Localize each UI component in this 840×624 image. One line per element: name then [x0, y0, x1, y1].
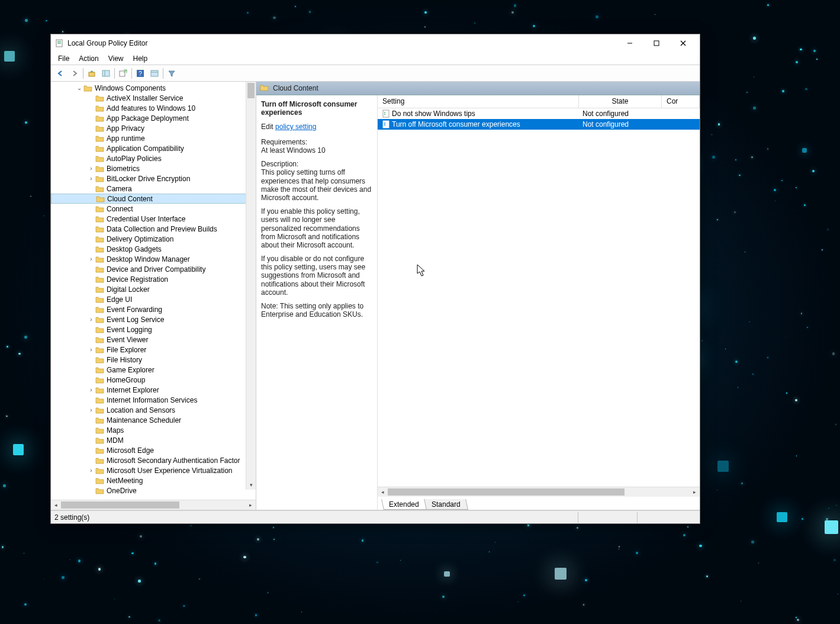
properties-button[interactable] — [148, 67, 161, 80]
policy-setting-link[interactable]: policy setting — [275, 123, 316, 131]
tree-item[interactable]: ›Desktop Window Manager — [51, 254, 256, 264]
tree-root[interactable]: ⌄ Windows Components — [51, 83, 256, 93]
tree-item[interactable]: Microsoft Secondary Authentication Facto… — [51, 455, 256, 465]
tree-item[interactable]: ›Microsoft User Experience Virtualizatio… — [51, 465, 256, 475]
tree-item[interactable]: AutoPlay Policies — [51, 153, 256, 163]
tree-item[interactable]: ›Biometrics — [51, 163, 256, 173]
tree-item[interactable]: HomeGroup — [51, 375, 256, 385]
tree-item[interactable]: ›Location and Sensors — [51, 405, 256, 415]
tree-item[interactable]: ›Event Log Service — [51, 314, 256, 324]
tree-item[interactable]: Device and Driver Compatibility — [51, 264, 256, 274]
folder-icon — [95, 467, 105, 475]
tree-item-label: Cloud Content — [107, 195, 153, 203]
folder-icon — [95, 477, 105, 485]
tree-vertical-scrollbar[interactable]: ▴ ▾ — [246, 82, 256, 490]
expand-icon[interactable]: › — [88, 175, 95, 182]
column-setting[interactable]: Setting — [378, 95, 579, 108]
expand-icon[interactable]: › — [88, 256, 95, 262]
minimize-button[interactable] — [616, 35, 643, 52]
close-button[interactable] — [670, 35, 696, 52]
tree-item[interactable]: App Privacy — [51, 123, 256, 133]
tree-item[interactable]: Microsoft Edge — [51, 445, 256, 455]
menu-help[interactable]: Help — [128, 53, 153, 64]
column-state[interactable]: State — [579, 95, 662, 108]
tree-item[interactable]: Event Viewer — [51, 334, 256, 345]
filter-button[interactable] — [165, 67, 178, 80]
folder-icon — [95, 285, 105, 294]
scroll-left-arrow[interactable]: ◂ — [51, 500, 61, 510]
tree-horizontal-scrollbar[interactable]: ◂ ▸ — [51, 500, 256, 510]
tree-item[interactable]: App runtime — [51, 133, 256, 143]
tree-item[interactable]: Credential User Interface — [51, 214, 256, 224]
tab-extended[interactable]: Extended — [381, 499, 427, 510]
expand-icon[interactable]: › — [88, 407, 95, 413]
tree-item[interactable]: Internet Information Services — [51, 395, 256, 405]
column-comment[interactable]: Cor — [662, 95, 700, 108]
list-row-name: Turn off Microsoft consumer experiences — [392, 120, 520, 128]
folder-icon — [95, 456, 105, 465]
collapse-icon[interactable]: ⌄ — [76, 85, 83, 91]
scroll-right-arrow[interactable]: ▸ — [690, 487, 700, 497]
folder-icon — [95, 94, 105, 102]
app-icon — [54, 38, 64, 48]
tab-standard[interactable]: Standard — [424, 499, 468, 510]
expand-icon[interactable]: › — [88, 346, 95, 353]
folder-icon — [95, 235, 105, 243]
tree-item[interactable]: Digital Locker — [51, 284, 256, 294]
list-row[interactable]: Do not show Windows tipsNot configured — [378, 108, 700, 119]
tree-item[interactable]: Edge UI — [51, 294, 256, 304]
tree-item[interactable]: ›Internet Explorer — [51, 385, 256, 395]
tree-item[interactable]: Device Registration — [51, 274, 256, 284]
show-hide-tree-button[interactable] — [99, 67, 112, 80]
tree-item[interactable]: App Package Deployment — [51, 113, 256, 123]
tree-item[interactable]: Game Explorer — [51, 365, 256, 375]
scroll-left-arrow[interactable]: ◂ — [378, 487, 388, 497]
svg-rect-19 — [383, 121, 389, 128]
list-horizontal-scrollbar[interactable]: ◂ ▸ — [378, 487, 700, 497]
tree-item[interactable]: Delivery Optimization — [51, 234, 256, 244]
scroll-thumb[interactable] — [388, 488, 625, 496]
scroll-down-arrow[interactable]: ▾ — [246, 480, 256, 490]
maximize-button[interactable] — [643, 35, 670, 52]
expand-icon[interactable]: › — [88, 467, 95, 474]
list-row[interactable]: Turn off Microsoft consumer experiencesN… — [378, 119, 700, 130]
folder-icon — [95, 104, 105, 112]
up-button[interactable] — [85, 67, 98, 80]
scroll-thumb[interactable] — [61, 501, 179, 509]
menu-file[interactable]: File — [53, 53, 74, 64]
scroll-thumb[interactable] — [247, 83, 255, 98]
svg-point-20 — [384, 123, 385, 124]
tree-item[interactable]: Data Collection and Preview Builds — [51, 224, 256, 234]
tree-item[interactable]: ›File Explorer — [51, 345, 256, 355]
tree-item[interactable]: ›BitLocker Drive Encryption — [51, 173, 256, 184]
tree-item[interactable]: Desktop Gadgets — [51, 244, 256, 254]
tree-item[interactable]: Application Compatibility — [51, 143, 256, 153]
expand-icon[interactable]: › — [88, 165, 95, 172]
tree-item[interactable]: Event Forwarding — [51, 304, 256, 314]
scroll-right-arrow[interactable]: ▸ — [246, 500, 256, 510]
titlebar[interactable]: Local Group Policy Editor — [51, 34, 700, 52]
tree-item[interactable]: OneDrive — [51, 485, 256, 496]
description-label: Description: — [261, 160, 298, 168]
tree-item[interactable]: Maintenance Scheduler — [51, 415, 256, 425]
back-button[interactable] — [54, 67, 67, 80]
help-button[interactable]: ? — [134, 67, 147, 80]
tree-item[interactable]: NetMeeting — [51, 475, 256, 485]
folder-icon — [95, 487, 105, 495]
tree-item[interactable]: Maps — [51, 425, 256, 435]
expand-icon[interactable]: › — [88, 316, 95, 323]
tree-item[interactable]: File History — [51, 355, 256, 365]
tree-item[interactable]: Event Logging — [51, 324, 256, 334]
tree-item[interactable]: Connect — [51, 204, 256, 214]
tree-item[interactable]: MDM — [51, 435, 256, 445]
tree-item[interactable]: ActiveX Installer Service — [51, 93, 256, 103]
export-button[interactable] — [117, 67, 130, 80]
menu-action[interactable]: Action — [74, 53, 103, 64]
menu-view[interactable]: View — [104, 53, 128, 64]
expand-icon[interactable]: › — [88, 387, 95, 393]
view-tabs: Extended Standard — [378, 497, 700, 510]
tree-item[interactable]: Cloud Content — [51, 194, 256, 204]
tree-item[interactable]: Add features to Windows 10 — [51, 103, 256, 113]
tree-item[interactable]: Camera — [51, 184, 256, 194]
forward-button[interactable] — [68, 67, 81, 80]
